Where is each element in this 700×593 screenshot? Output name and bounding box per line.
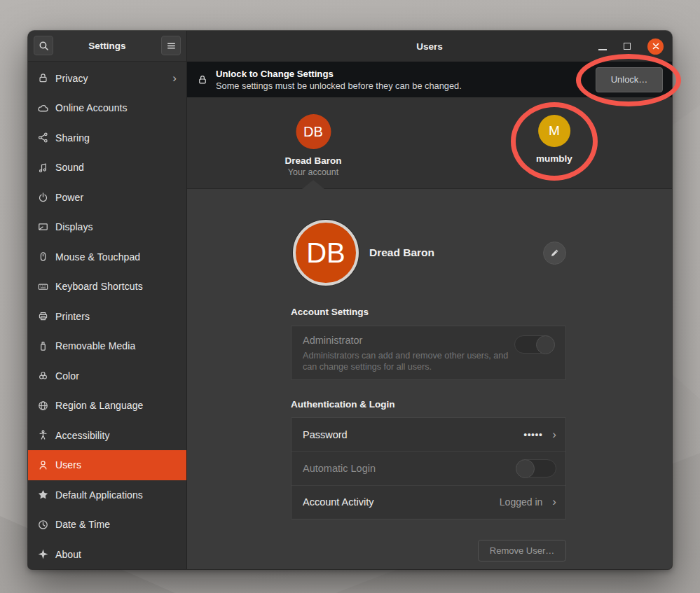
cloud-icon: [36, 102, 49, 114]
sidebar-item-removable-media[interactable]: Removable Media: [28, 331, 186, 361]
main-panel: Users Unlock to Change Settings Some set…: [186, 31, 672, 569]
app-title: Settings: [53, 41, 161, 51]
sidebar-item-users[interactable]: Users: [28, 450, 186, 480]
hamburger-icon: [165, 40, 177, 52]
avatar: DB: [296, 114, 331, 149]
sparkle-icon: [36, 548, 49, 561]
chevron-right-icon: ›: [172, 71, 177, 85]
power-icon: [36, 191, 49, 204]
sidebar-item-mouse-touchpad[interactable]: Mouse & Touchpad: [28, 242, 186, 272]
globe-icon: [36, 399, 49, 412]
lock-icon: [36, 72, 49, 85]
user-detail-panel: DB Dread Baron Account Settings Administ…: [187, 189, 672, 569]
automatic-login-row: Automatic Login: [291, 451, 565, 484]
search-button[interactable]: [34, 36, 53, 55]
sidebar: Settings Privacy › Online Accounts Shari…: [28, 31, 186, 569]
mouse-icon: [36, 251, 49, 263]
toggle-knob: [536, 335, 555, 354]
window-title: Users: [416, 41, 443, 52]
account-activity-label: Account Activity: [303, 496, 500, 508]
account-activity-row[interactable]: Account Activity Logged in ›: [291, 485, 565, 519]
sound-icon: [36, 161, 49, 174]
user-carousel: DB Dread Baron Your account M mumbly: [187, 97, 672, 189]
sidebar-item-displays[interactable]: Displays: [28, 212, 186, 242]
star-icon: [36, 489, 49, 501]
sidebar-item-about[interactable]: About: [28, 540, 186, 570]
pencil-icon: [549, 248, 560, 258]
share-icon: [36, 132, 49, 144]
usb-icon: [36, 340, 49, 352]
sidebar-item-region-language[interactable]: Region & Language: [28, 391, 186, 421]
lock-icon: [197, 74, 208, 85]
close-icon: [652, 43, 659, 50]
toggle-knob: [516, 459, 535, 478]
selected-user-pointer: [302, 180, 324, 189]
menu-button[interactable]: [161, 36, 181, 55]
auth-login-heading: Authentication & Login: [291, 399, 394, 410]
annotation-circle-mumbly: [511, 102, 598, 181]
keyboard-icon: [36, 280, 49, 293]
sidebar-item-power[interactable]: Power: [28, 183, 186, 213]
unlock-banner-subtitle: Some settings must be unlocked before th…: [216, 81, 596, 91]
chevron-right-icon: ›: [552, 495, 556, 509]
administrator-description: Administrators can add and remove other …: [303, 351, 524, 372]
display-icon: [36, 221, 49, 233]
password-row[interactable]: Password ••••• ›: [291, 418, 565, 451]
account-activity-value: Logged in: [500, 496, 543, 508]
automatic-login-toggle[interactable]: [516, 459, 556, 477]
annotation-circle-unlock: [576, 54, 681, 106]
remove-user-button[interactable]: Remove User…: [478, 540, 566, 561]
minimize-button[interactable]: [598, 49, 607, 50]
edit-name-button[interactable]: [543, 242, 566, 265]
carousel-user-name: Dread Baron: [284, 155, 341, 166]
users-icon: [36, 459, 49, 471]
sidebar-item-default-applications[interactable]: Default Applications: [28, 480, 186, 510]
profile-avatar[interactable]: DB: [293, 220, 359, 286]
chevron-right-icon: ›: [552, 428, 556, 442]
unlock-banner-title: Unlock to Change Settings: [216, 69, 596, 79]
account-settings-heading: Account Settings: [291, 307, 369, 317]
search-icon: [38, 40, 50, 52]
sidebar-item-online-accounts[interactable]: Online Accounts: [28, 93, 186, 123]
maximize-button[interactable]: [624, 43, 631, 50]
sidebar-list: Privacy › Online Accounts Sharing Sound …: [28, 62, 186, 570]
titlebar[interactable]: Users: [187, 31, 672, 62]
unlock-banner-text: Unlock to Change Settings Some settings …: [216, 69, 596, 91]
carousel-user-dread-baron[interactable]: DB Dread Baron Your account: [284, 114, 341, 177]
profile-name: Dread Baron: [369, 246, 434, 259]
sidebar-item-date-time[interactable]: Date & Time: [28, 510, 186, 540]
sidebar-item-printers[interactable]: Printers: [28, 302, 186, 332]
administrator-toggle[interactable]: [514, 335, 555, 354]
administrator-card: Administrator Administrators can add and…: [291, 326, 566, 380]
auth-login-card: Password ••••• › Automatic Login Account…: [291, 417, 566, 519]
sidebar-item-privacy[interactable]: Privacy ›: [28, 64, 186, 94]
sidebar-item-sharing[interactable]: Sharing: [28, 123, 186, 153]
sidebar-item-color[interactable]: Color: [28, 361, 186, 391]
automatic-login-label: Automatic Login: [303, 463, 516, 474]
sidebar-item-sound[interactable]: Sound: [28, 153, 186, 183]
sidebar-item-keyboard-shortcuts[interactable]: Keyboard Shortcuts: [28, 272, 186, 302]
carousel-user-subtitle: Your account: [284, 167, 341, 177]
password-label: Password: [303, 429, 523, 440]
sidebar-header: Settings: [28, 31, 186, 62]
close-button[interactable]: [647, 39, 664, 55]
clock-icon: [36, 518, 49, 531]
color-icon: [36, 370, 49, 382]
printer-icon: [36, 310, 49, 323]
accessibility-icon: [36, 429, 49, 442]
sidebar-item-accessibility[interactable]: Accessibility: [28, 421, 186, 451]
